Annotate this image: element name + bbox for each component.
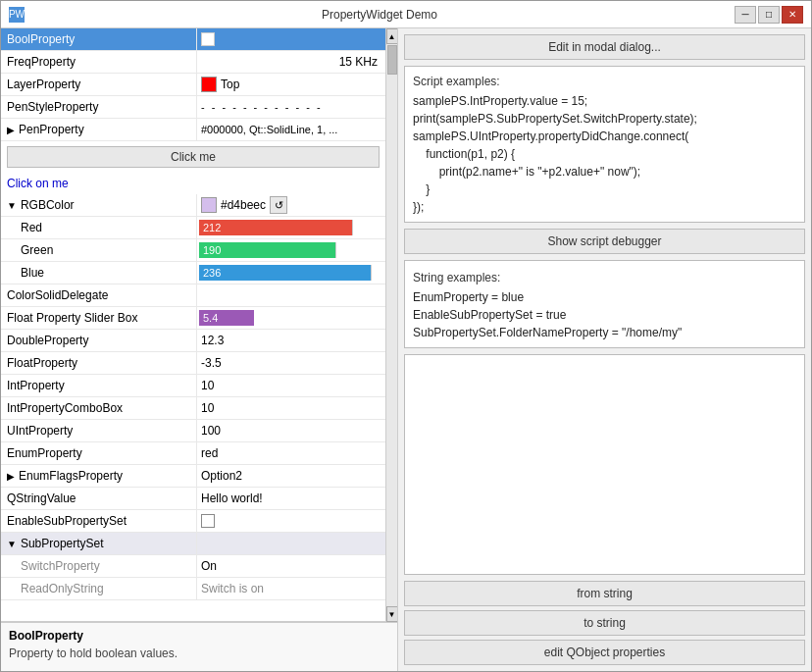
prop-value-penstyle: - - - - - - - - - - - - [197,96,385,118]
prop-value-double: 12.3 [197,330,385,351]
main-window: PW PropertyWidget Demo ─ □ ✕ BoolPropert… [0,0,812,672]
scroll-down-button[interactable]: ▼ [386,606,398,622]
string-label: String examples: [413,269,796,286]
scroll-up-button[interactable]: ▲ [386,28,398,44]
prop-name-enablesub: EnableSubPropertySet [1,510,197,532]
click-me-container: Click me [1,141,385,173]
table-row[interactable]: IntPropertyComboBox 10 [1,397,385,420]
script-line-6: } [413,181,796,198]
prop-name-blue: Blue [1,262,197,284]
prop-name-freq: FreqProperty [1,51,197,73]
empty-text-area[interactable] [404,354,805,575]
prop-value-layer: Top [197,74,385,95]
string-examples-area: String examples: EnumProperty = blue Ena… [404,260,805,348]
script-line-5: print(p2.name+" is "+p2.value+" now"); [413,163,796,181]
close-button[interactable]: ✕ [782,6,803,24]
scroll-track [386,44,398,606]
table-row[interactable]: ▼RGBColor #d4beec ↺ [1,194,385,217]
string-line-2: EnableSubPropertySet = true [413,306,796,324]
table-row[interactable]: SwitchProperty On [1,555,385,578]
prop-name-enumflags: ▶EnumFlagsProperty [1,465,197,487]
script-line-7: }); [413,198,796,216]
from-string-button[interactable]: from string [404,581,805,606]
table-row[interactable]: FloatProperty -3.5 [1,352,385,375]
window-title: PropertyWidget Demo [25,8,735,22]
click-on-me-link[interactable]: Click on me [1,173,385,194]
table-row[interactable]: EnableSubPropertySet [1,510,385,533]
table-row[interactable]: IntProperty 10 [1,375,385,397]
prop-value-switch: On [197,555,385,577]
scroll-thumb[interactable] [387,45,397,75]
prop-desc-text: Property to hold boolean values. [9,646,389,660]
table-row[interactable]: BoolProperty [1,28,385,51]
prop-name-subprop: ▼SubPropertySet [1,533,197,554]
table-row[interactable]: ColorSolidDelegate [1,284,385,307]
table-row[interactable]: ▶EnumFlagsProperty Option2 [1,465,385,488]
table-row[interactable]: PenStyleProperty - - - - - - - - - - - - [1,96,385,119]
restore-button[interactable]: □ [758,6,780,24]
prop-name-float: FloatProperty [1,352,197,374]
prop-value-colorsolid [197,284,385,306]
enablesub-checkbox[interactable] [201,514,215,528]
expand-sub-icon: ▼ [7,539,17,549]
layer-color-swatch [201,77,217,92]
prop-value-blue: 236 [197,262,385,284]
table-row[interactable]: Float Property Slider Box 5.4 [1,307,385,330]
script-line-4: function(p1, p2) { [413,145,796,163]
to-string-button[interactable]: to string [404,610,805,636]
prop-name-float-slider: Float Property Slider Box [1,307,197,329]
table-row[interactable]: Red 212 [1,217,385,239]
prop-value-enumflags: Option2 [197,465,385,487]
table-row[interactable]: ▼SubPropertySet [1,533,385,555]
edit-qobj-button[interactable]: edit QObject properties [404,640,805,665]
app-icon: PW [9,7,25,23]
script-line-3: samplePS.UIntProperty.propertyDidChange.… [413,128,796,145]
table-row[interactable]: UIntProperty 100 [1,420,385,442]
table-row[interactable]: Blue 236 [1,262,385,284]
table-row[interactable]: DoubleProperty 12.3 [1,330,385,352]
title-bar-buttons: ─ □ ✕ [735,6,803,24]
table-row[interactable]: ▶PenProperty #000000, Qt::SolidLine, 1, … [1,119,385,141]
refresh-button[interactable]: ↺ [270,196,287,214]
edit-modal-button[interactable]: Edit in modal dialog... [404,34,805,60]
prop-name-int: IntProperty [1,375,197,396]
bool-checkbox[interactable] [201,32,215,46]
prop-value-enablesub [197,510,385,532]
table-row[interactable]: LayerProperty Top [1,74,385,96]
prop-name-pen: ▶PenProperty [1,119,197,140]
minimize-button[interactable]: ─ [735,6,756,24]
prop-name-colorsolid: ColorSolidDelegate [1,284,197,306]
prop-value-intcombo: 10 [197,397,385,419]
prop-value-float-slider: 5.4 [197,307,385,329]
prop-name-readonly: ReadOnlyString [1,578,197,599]
prop-value-qstring: Hello world! [197,488,385,509]
click-me-button[interactable]: Click me [7,146,380,168]
prop-name-switch: SwitchProperty [1,555,197,577]
prop-value-float: -3.5 [197,352,385,374]
dash-pattern: - - - - - - - - - - - - [201,101,323,113]
bottom-buttons: from string to string edit QObject prope… [404,581,805,665]
table-row[interactable]: Green 190 [1,239,385,262]
table-row[interactable]: QStringValue Hello world! [1,488,385,510]
prop-name-intcombo: IntPropertyComboBox [1,397,197,419]
string-line-1: EnumProperty = blue [413,288,796,306]
prop-name-red: Red [1,217,197,238]
prop-name-double: DoubleProperty [1,330,197,351]
prop-value-int: 10 [197,375,385,396]
script-label: Script examples: [413,73,796,90]
prop-value-freq: 15 KHz [197,51,385,73]
table-row[interactable]: EnumProperty red [1,442,385,465]
table-row[interactable]: ReadOnlyString Switch is on [1,578,385,600]
prop-value-pen: #000000, Qt::SolidLine, 1, ... [197,119,385,140]
prop-name-qstring: QStringValue [1,488,197,509]
prop-value-uint: 100 [197,420,385,441]
prop-name-green: Green [1,239,197,261]
layer-text: Top [221,78,239,91]
prop-name-rgb: ▼RGBColor [1,194,197,216]
show-debugger-button[interactable]: Show script debugger [404,229,805,254]
prop-name-uint: UIntProperty [1,420,197,441]
table-row[interactable]: FreqProperty 15 KHz [1,51,385,74]
string-line-3: SubPropertySet.FolderNameProperty = "/ho… [413,324,796,341]
expand-enumflags-icon: ▶ [7,471,15,482]
rgb-swatch [201,197,217,213]
